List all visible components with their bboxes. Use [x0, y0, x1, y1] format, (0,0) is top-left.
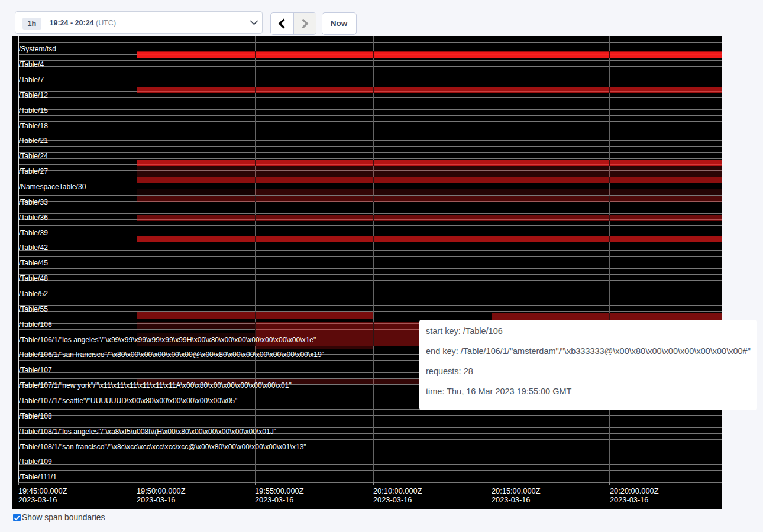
- svg-text:/Table/106: /Table/106: [19, 320, 52, 329]
- svg-text:20:20:00.000Z: 20:20:00.000Z: [610, 486, 659, 495]
- svg-text:/Table/24: /Table/24: [19, 152, 48, 160]
- svg-text:2023-03-16: 2023-03-16: [610, 495, 648, 504]
- svg-text:/Table/106/1/"san francisco"/": /Table/106/1/"san francisco"/"\x80\x00\x…: [19, 351, 324, 359]
- svg-text:/Table/107/1/"seattle"/"UUUUUU: /Table/107/1/"seattle"/"UUUUUUD\x00\x80\…: [19, 397, 237, 405]
- svg-text:19:50:00.000Z: 19:50:00.000Z: [137, 486, 186, 495]
- svg-text:2023-03-16: 2023-03-16: [137, 495, 175, 504]
- svg-text:/Table/21: /Table/21: [19, 137, 48, 145]
- svg-text:/Table/4: /Table/4: [19, 60, 44, 69]
- svg-text:2023-03-16: 2023-03-16: [255, 495, 293, 504]
- svg-text:/NamespaceTable/30: /NamespaceTable/30: [19, 183, 86, 191]
- svg-text:/Table/15: /Table/15: [19, 106, 48, 115]
- svg-text:/Table/111/1: /Table/111/1: [19, 473, 57, 481]
- svg-text:/Table/45: /Table/45: [19, 259, 48, 267]
- svg-text:19:55:00.000Z: 19:55:00.000Z: [255, 486, 304, 495]
- svg-text:/Table/109: /Table/109: [19, 458, 52, 466]
- svg-text:/Table/39: /Table/39: [19, 229, 48, 237]
- svg-text:/Table/106/1/"los angeles"/"\x: /Table/106/1/"los angeles"/"\x99\x99\x99…: [19, 336, 316, 344]
- svg-text:/Table/7: /Table/7: [19, 76, 44, 84]
- svg-text:/Table/33: /Table/33: [19, 198, 48, 206]
- svg-text:2023-03-16: 2023-03-16: [18, 495, 57, 504]
- svg-text:/Table/107: /Table/107: [19, 366, 52, 374]
- svg-text:2023-03-16: 2023-03-16: [373, 495, 412, 504]
- svg-text:20:10:00.000Z: 20:10:00.000Z: [373, 486, 422, 495]
- svg-text:/Table/108: /Table/108: [19, 412, 52, 420]
- svg-text:/Table/27: /Table/27: [19, 167, 48, 176]
- svg-text:2023-03-16: 2023-03-16: [492, 495, 530, 504]
- svg-text:/Table/55: /Table/55: [19, 305, 48, 313]
- svg-text:/Table/48: /Table/48: [19, 274, 48, 283]
- svg-text:/Table/18: /Table/18: [19, 122, 48, 130]
- svg-text:/Table/108/1/"los angeles"/"\x: /Table/108/1/"los angeles"/"\xa8\xf5\u00…: [19, 427, 276, 436]
- svg-text:/Table/42: /Table/42: [19, 244, 48, 252]
- svg-text:/Table/108/1/"san francisco"/": /Table/108/1/"san francisco"/"\x8c\xcc\x…: [19, 443, 306, 451]
- svg-text:/Table/12: /Table/12: [19, 91, 48, 99]
- svg-text:/Table/52: /Table/52: [19, 290, 48, 298]
- svg-text:/Table/107/1/"new york"/"\x11\: /Table/107/1/"new york"/"\x11\x11\x11\x1…: [19, 381, 292, 390]
- svg-text:20:15:00.000Z: 20:15:00.000Z: [492, 486, 541, 495]
- svg-text:/Table/36: /Table/36: [19, 213, 48, 222]
- svg-text:19:45:00.000Z: 19:45:00.000Z: [18, 486, 67, 495]
- svg-text:/System/tsd: /System/tsd: [19, 45, 56, 53]
